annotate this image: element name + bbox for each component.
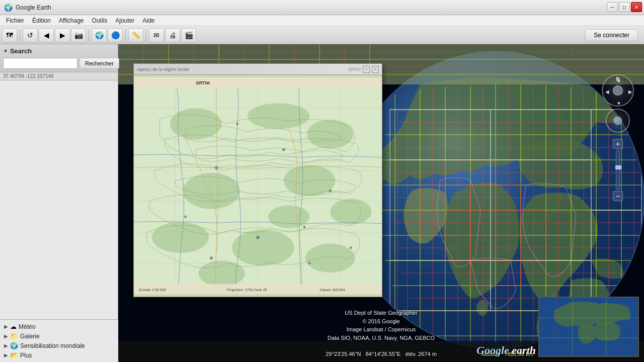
zoom-slider-track[interactable] — [616, 150, 620, 190]
sidebar: ▼ Search Rechercher 37.40799 -122.107149… — [0, 44, 118, 362]
layer-arrow-galerie: ▶ — [4, 333, 8, 339]
layer-label-sensibilisation: Sensibilisation mondiale — [20, 342, 85, 349]
layer-arrow-meteo: ▶ — [4, 324, 8, 329]
navigation-controls: ▲ ▼ ◀ ▶ + − — [602, 74, 634, 201]
menu-outils[interactable]: Outils — [88, 16, 112, 25]
svg-point-109 — [282, 148, 285, 151]
menu-affichage[interactable]: Affichage — [55, 16, 88, 25]
nav-down-button[interactable]: ▼ — [615, 100, 622, 107]
layer-item-meteo[interactable]: ▶ ☁ Météo — [2, 322, 116, 331]
coordinates-bar: 29°23'25.46"N 84°14'26.55"E élév. 2674 m — [326, 351, 437, 357]
map-panel-ref: Aperçu de la région locale — [137, 67, 189, 72]
svg-point-105 — [305, 244, 355, 273]
toolbar-camera-btn[interactable]: 📷 — [71, 28, 86, 42]
search-input[interactable] — [3, 58, 77, 69]
svg-text:Datum: WGS84: Datum: WGS84 — [320, 288, 345, 292]
menu-fichier[interactable]: Fichier — [2, 16, 28, 25]
coord-lat: 29°23'25.46"N — [326, 351, 361, 357]
map-panel: Aperçu de la région locale SRTM ─ × — [133, 63, 382, 297]
svg-point-114 — [210, 257, 212, 259]
minimize-button[interactable]: ─ — [607, 2, 618, 12]
layer-item-sensibilisation[interactable]: ▶ 🌍 Sensibilisation mondiale — [2, 341, 116, 350]
menu-aide[interactable]: Aide — [138, 16, 158, 25]
tilt-control[interactable] — [606, 109, 630, 133]
zoom-control: + − — [613, 139, 623, 201]
svg-point-115 — [350, 247, 352, 249]
connect-button[interactable]: Se connecter — [585, 29, 638, 41]
toolbar-ruler-btn[interactable]: 📏 — [128, 28, 143, 42]
layer-icon-galerie: 📁 — [10, 332, 18, 340]
maximize-button[interactable]: □ — [619, 2, 630, 12]
layer-label-meteo: Météo — [19, 323, 35, 330]
search-button[interactable]: Rechercher — [79, 58, 119, 69]
layer-icon-meteo: ☁ — [10, 323, 17, 330]
window-controls: ─ □ ✕ — [607, 2, 642, 12]
panel-minimize-btn[interactable]: ─ — [363, 66, 370, 73]
toolbar-print-btn[interactable]: 🖨 — [165, 28, 180, 42]
toolbar-sep-3 — [125, 29, 126, 41]
svg-point-107 — [268, 206, 309, 228]
nav-right-button[interactable]: ▶ — [627, 88, 634, 95]
sidebar-coords: 37.40799 -122.107149 — [0, 72, 118, 80]
svg-point-106 — [198, 260, 245, 286]
compass-ring[interactable]: ▲ ▼ ◀ ▶ — [602, 74, 634, 107]
toolbar-sep-2 — [89, 29, 89, 41]
layer-arrow-sensibilisation: ▶ — [4, 343, 8, 348]
compass-arrows: ▲ ▼ ◀ ▶ — [603, 75, 635, 108]
svg-text:SRTNI: SRTNI — [196, 80, 210, 85]
menu-edition[interactable]: Édition — [28, 16, 55, 25]
layer-arrow-plus: ▶ — [4, 352, 8, 358]
menu-bar: Fichier Édition Affichage Outils Ajouter… — [0, 15, 644, 26]
search-label: Search — [10, 47, 32, 55]
svg-point-102 — [330, 199, 371, 224]
nav-up-button[interactable]: ▲ — [615, 76, 622, 83]
nav-left-button[interactable]: ◀ — [604, 88, 611, 95]
layer-label-plus: Plus — [20, 352, 32, 359]
mini-map-content — [539, 298, 638, 356]
coord-lon: 84°14'26.55"E — [366, 351, 401, 357]
search-collapse-arrow[interactable]: ▼ — [3, 48, 8, 54]
altitude-display: Altitude 7851.68 km — [481, 351, 533, 357]
toolbar-forward-btn[interactable]: ▶ — [55, 28, 70, 42]
mini-map — [538, 297, 639, 357]
toolbar-refresh-btn[interactable]: ↺ — [23, 28, 38, 42]
globe-view[interactable]: Aperçu de la région locale SRTM ─ × — [118, 44, 644, 362]
svg-point-99 — [307, 120, 353, 149]
layer-label-galerie: Galerie — [20, 333, 40, 340]
toolbar-map-btn[interactable]: 🗺 — [2, 28, 17, 42]
toolbar-globe-btn[interactable]: 🌍 — [92, 28, 107, 42]
app-icon: 🌍 — [4, 4, 13, 12]
toolbar-sep-4 — [146, 29, 146, 41]
svg-point-98 — [248, 103, 309, 129]
compass[interactable]: ▲ ▼ ◀ ▶ — [602, 74, 634, 107]
layer-icon-sensibilisation: 🌍 — [10, 342, 18, 349]
svg-point-116 — [236, 123, 238, 125]
close-button[interactable]: ✕ — [631, 2, 642, 12]
zoom-out-button[interactable]: − — [613, 191, 623, 201]
toolbar-video-btn[interactable]: 🎬 — [181, 28, 196, 42]
menu-ajouter[interactable]: Ajouter — [111, 16, 138, 25]
svg-text:Projection: UTM Zone 45: Projection: UTM Zone 45 — [227, 288, 267, 292]
svg-point-111 — [185, 216, 187, 218]
search-section: ▼ Search Rechercher — [0, 44, 118, 72]
toolbar-sky-btn[interactable]: 🔵 — [108, 28, 123, 42]
svg-point-104 — [232, 230, 294, 266]
zoom-in-button[interactable]: + — [613, 139, 623, 149]
svg-rect-122 — [134, 77, 382, 89]
svg-point-117 — [308, 262, 310, 264]
toolbar-email-btn[interactable]: ✉ — [149, 28, 164, 42]
panel-close-btn[interactable]: × — [372, 66, 379, 73]
layer-item-plus[interactable]: ▶ 📂 Plus — [2, 350, 116, 360]
altitude-label: Altitude — [481, 351, 500, 357]
toolbar-back-btn[interactable]: ◀ — [39, 28, 54, 42]
svg-point-103 — [152, 222, 209, 253]
map-panel-header: Aperçu de la région locale SRTM ─ × — [134, 64, 382, 75]
tilt-center[interactable] — [614, 117, 622, 125]
layer-item-galerie[interactable]: ▶ 📁 Galerie — [2, 331, 116, 341]
svg-point-112 — [256, 236, 259, 239]
svg-point-113 — [303, 226, 305, 228]
zoom-slider-thumb[interactable] — [615, 165, 621, 169]
coord-elev-label: élév. — [406, 351, 417, 357]
svg-point-101 — [284, 165, 336, 196]
topo-map-svg: Échelle 1:50 000 Projection: UTM Zone 45… — [134, 75, 382, 297]
